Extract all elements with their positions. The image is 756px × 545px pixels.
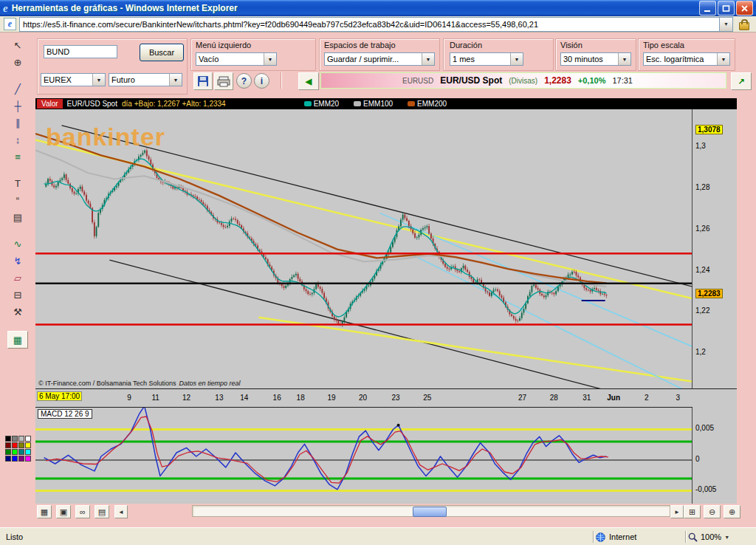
palette-color-swatch[interactable] [18,436,24,442]
chevron-down-icon[interactable]: ▼ [717,53,729,65]
chevron-down-icon[interactable]: ▼ [422,53,434,65]
scale-value: Esc. logarítmica [646,55,704,64]
eraser-tool[interactable]: ▱ [9,270,27,285]
date-tick-label: 23 [391,394,399,402]
search-button[interactable]: Buscar [140,44,184,61]
status-text: Listo [0,532,591,541]
palette-color-swatch[interactable] [18,449,24,455]
date-tick-label: 2 [645,394,649,402]
trash-tool[interactable]: ⊟ [9,287,27,302]
chevron-down-icon[interactable]: ▼ [264,53,276,65]
minimize-button[interactable] [699,1,716,16]
palette-color-swatch[interactable] [18,442,24,448]
open-in-window-button[interactable]: ↗ [731,72,752,90]
vertical-line-tool[interactable]: ↕ [9,132,27,147]
palette-color-swatch[interactable] [12,436,18,442]
symbol-search-input[interactable] [44,45,117,58]
quote-symbol: EURUSD [402,77,433,85]
zone-label: Internet [609,532,636,541]
chevron-down-icon[interactable]: ▼ [92,74,105,86]
palette-color-swatch[interactable] [5,449,11,455]
emm100-label: EMM100 [363,100,393,108]
chevron-down-icon[interactable]: ▼ [510,53,523,65]
back-arrow-icon: ◀ [306,77,312,86]
crosshair-tool[interactable]: ┼ [9,98,27,113]
instrument-value: Futuro [111,75,135,84]
left-menu-select[interactable]: Vacío ▼ [196,52,277,66]
macd-axis: 0,0050-0,005 [694,407,737,504]
zoom-in-button[interactable]: ⊕ [724,505,740,518]
exchange-select[interactable]: EUREX ▼ [41,73,106,86]
palette-color-swatch[interactable] [5,442,11,448]
cursor-tool[interactable]: ↖ [9,38,27,52]
zoom-control[interactable]: 100% ▼ [688,532,756,542]
valor-selector[interactable]: Valor [37,99,63,109]
zigzag-tool[interactable]: ↯ [9,253,27,268]
zoom-reset-button[interactable]: ⊞ [684,505,701,518]
back-chart-button[interactable]: ◀ [298,72,319,90]
vision-select[interactable]: 30 minutos ▼ [560,52,631,66]
chevron-down-icon[interactable]: ▼ [618,53,630,65]
palette-color-swatch[interactable] [12,442,18,448]
macd-tick-label: 0,005 [695,424,714,432]
palette-color-swatch[interactable] [25,456,31,462]
chart-scrollbar[interactable] [192,505,670,517]
close-button[interactable] [736,1,753,16]
save-button[interactable] [193,72,213,90]
chevron-down-icon[interactable]: ▼ [724,535,729,540]
link-charts-button[interactable]: ∞ [75,505,90,518]
duplicate-window-button[interactable]: ▣ [56,505,71,518]
scroll-right-button[interactable]: ► [670,505,684,518]
palette-color-swatch[interactable] [5,456,11,462]
duration-select[interactable]: 1 mes ▼ [450,52,523,66]
callout-tool[interactable]: “ [9,193,27,208]
help-button[interactable]: ? [236,73,252,89]
lock-icon [739,22,749,30]
chart-style-tool[interactable]: ▦ [7,331,28,349]
date-tick-label: Jun [607,394,620,402]
macd-panel[interactable]: MACD 12 26 9 [35,407,693,504]
popout-icon: ↗ [738,77,744,86]
date-tick-label: 9 [127,394,131,402]
palette-color-swatch[interactable] [12,449,18,455]
macd-indicator-label[interactable]: MACD 12 26 9 [38,409,92,419]
workspaces-select[interactable]: Guardar / suprimir... ▼ [324,52,435,66]
scrollbar-thumb[interactable] [413,507,447,517]
palette-color-swatch[interactable] [5,436,11,442]
mini-chart-button[interactable]: ▦ [37,505,52,518]
palette-color-swatch[interactable] [25,436,31,442]
indicator-tool[interactable]: ∿ [9,236,27,251]
palette-color-swatch[interactable] [12,456,18,462]
channel-tool[interactable]: ∥ [9,115,27,130]
zoom-out-button[interactable]: ⊖ [704,505,721,518]
fibonacci-tool[interactable]: ≡ [9,149,27,164]
workspaces-group: Espacios de trabajo Guardar / suprimir..… [319,38,440,71]
first-date-label: 6 May 17:00 [37,391,82,401]
zoom-in-tool[interactable]: ⊕ [9,55,27,69]
notes-tool[interactable]: ▤ [9,210,27,224]
legend-day-range: día +Bajo: 1,2267 +Alto: 1,2334 [122,100,226,108]
palette-color-swatch[interactable] [25,442,31,448]
text-tool[interactable]: T [9,176,27,191]
trendline-tool[interactable]: ╱ [9,81,27,96]
date-tick-label: 25 [423,394,431,402]
restore-button[interactable] [718,1,735,16]
settings-tool[interactable]: ⚒ [9,304,27,319]
palette-color-swatch[interactable] [25,449,31,455]
address-input[interactable]: https://es5.it-finance.com/secure/Bankin… [19,17,733,32]
info-button[interactable]: i [254,73,269,89]
print-button[interactable] [214,72,233,90]
price-chart-canvas[interactable]: bankinter © IT-Finance.com / Bolsamania … [35,109,693,388]
address-dropdown-button[interactable]: ▼ [719,18,732,31]
scale-select[interactable]: Esc. logarítmica ▼ [643,52,730,66]
legend-series-name: EUR/USD Spot [67,100,117,108]
chevron-down-icon[interactable]: ▼ [169,74,182,86]
quote-strip[interactable]: EURUSD EUR/USD Spot (Divisas) 1,2283 +0,… [320,72,726,89]
chart-area: Valor EUR/USD Spot día +Bajo: 1,2267 +Al… [35,98,737,504]
scroll-left-button[interactable]: ◄ [114,505,128,518]
symbol-panel: Buscar EUREX ▼ Futuro ▼ [37,38,188,95]
palette-color-swatch[interactable] [18,456,24,462]
instrument-select[interactable]: Futuro ▼ [109,73,182,86]
data-table-button[interactable]: ▤ [94,505,109,518]
title-bar[interactable]: e Herramientas de gráficas - Windows Int… [0,0,756,16]
